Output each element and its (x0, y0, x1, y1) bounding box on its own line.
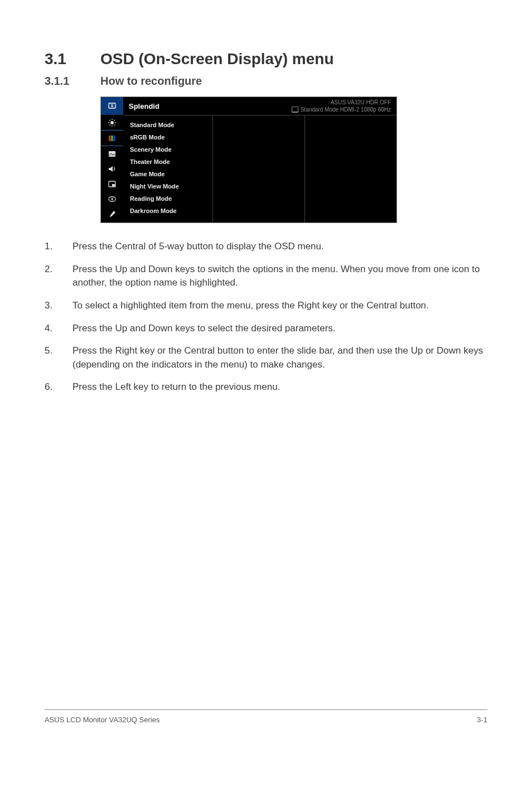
osd-menu: S (100, 96, 397, 223)
svg-marker-15 (109, 166, 113, 172)
instruction-number: 1. (45, 240, 72, 254)
osd-mode-item: Reading Mode (123, 192, 212, 205)
instruction-item: 4. Press the Up and Down keys to select … (45, 322, 487, 336)
instruction-number: 2. (45, 263, 72, 290)
subheading-title: How to reconfigure (100, 75, 202, 88)
instruction-item: 6. Press the Left key to return to the p… (45, 380, 487, 394)
subheading-number: 3.1.1 (45, 75, 100, 88)
instruction-item: 5. Press the Right key or the Central bu… (45, 344, 487, 371)
page-footer: ASUS LCD Monitor VA32UQ Series 3-1 (45, 709, 487, 746)
osd-title: Splendid (129, 102, 159, 110)
instruction-text: Press the Up and Down keys to select the… (72, 322, 487, 336)
instruction-text: Press the Right key or the Central butto… (72, 344, 487, 371)
svg-rect-13 (114, 136, 115, 141)
brightness-icon (101, 115, 123, 130)
svg-line-10 (114, 120, 115, 121)
instruction-text: Press the Central of 5-way button to dis… (72, 240, 487, 254)
settings-icon (101, 206, 123, 221)
osd-mode-item: sRGB Mode (123, 131, 212, 143)
footer-left: ASUS LCD Monitor VA32UQ Series (45, 716, 159, 724)
osd-mode-item: Scenery Mode (123, 143, 212, 156)
osd-brand-line: ASUS VA32U HDR OFF (292, 99, 391, 106)
svg-line-8 (114, 124, 115, 125)
osd-figure: S (100, 96, 487, 223)
instruction-text: Press the Left key to return to the prev… (72, 380, 487, 394)
instruction-number: 3. (45, 299, 72, 313)
svg-line-7 (109, 120, 110, 121)
instruction-number: 4. (45, 322, 72, 336)
svg-rect-17 (112, 184, 115, 186)
svg-point-2 (110, 121, 114, 124)
footer-page-number: 3-1 (477, 716, 487, 724)
instructions-list: 1. Press the Central of 5-way button to … (45, 240, 487, 394)
image-icon (101, 146, 123, 161)
heading-section: 3.1 OSD (On-Screen Display) menu (45, 50, 487, 68)
osd-mode-item: Theater Mode (123, 156, 212, 168)
osd-status-line: Standard Mode HDMI-2 1080p 60Hz (301, 106, 391, 113)
osd-status-row: Standard Mode HDMI-2 1080p 60Hz (292, 106, 391, 113)
osd-mode-item: Night View Mode (123, 180, 212, 192)
instruction-item: 3. To select a highlighted item from the… (45, 299, 487, 313)
instruction-text: Press the Up and Down keys to switch the… (72, 263, 487, 290)
sound-icon (101, 161, 123, 176)
osd-mode-list: Standard Mode sRGB Mode Scenery Mode The… (123, 115, 213, 223)
instruction-number: 6. (45, 380, 72, 394)
svg-line-9 (109, 124, 110, 125)
monitor-icon (292, 107, 298, 113)
instruction-item: 2. Press the Up and Down keys to switch … (45, 263, 487, 290)
splendid-icon: S (101, 97, 123, 115)
osd-header: Splendid ASUS VA32U HDR OFF Standard Mod… (123, 97, 396, 115)
osd-sidebar: S (101, 97, 123, 223)
osd-pane-middle (213, 115, 305, 223)
osd-status: ASUS VA32U HDR OFF Standard Mode HDMI-2 … (292, 99, 391, 113)
instruction-item: 1. Press the Central of 5-way button to … (45, 240, 487, 254)
svg-text:S: S (111, 104, 114, 108)
subheading-section: 3.1.1 How to reconfigure (45, 75, 487, 88)
svg-rect-12 (111, 136, 113, 141)
page: 3.1 OSD (On-Screen Display) menu 3.1.1 H… (0, 0, 532, 746)
svg-rect-11 (109, 136, 110, 141)
heading-number: 3.1 (45, 50, 100, 68)
osd-pane-right (305, 115, 396, 223)
osd-mode-item: Darkroom Mode (123, 205, 212, 217)
input-icon (101, 191, 123, 206)
instruction-number: 5. (45, 344, 72, 371)
osd-body: Splendid ASUS VA32U HDR OFF Standard Mod… (123, 97, 396, 223)
heading-title: OSD (On-Screen Display) menu (100, 50, 334, 68)
osd-mode-item: Game Mode (123, 168, 212, 180)
osd-mode-item: Standard Mode (123, 119, 212, 131)
instruction-text: To select a highlighted item from the me… (72, 299, 487, 313)
pip-icon (101, 176, 123, 191)
osd-content: Standard Mode sRGB Mode Scenery Mode The… (123, 115, 396, 223)
svg-rect-14 (109, 151, 115, 157)
color-icon (101, 130, 123, 146)
